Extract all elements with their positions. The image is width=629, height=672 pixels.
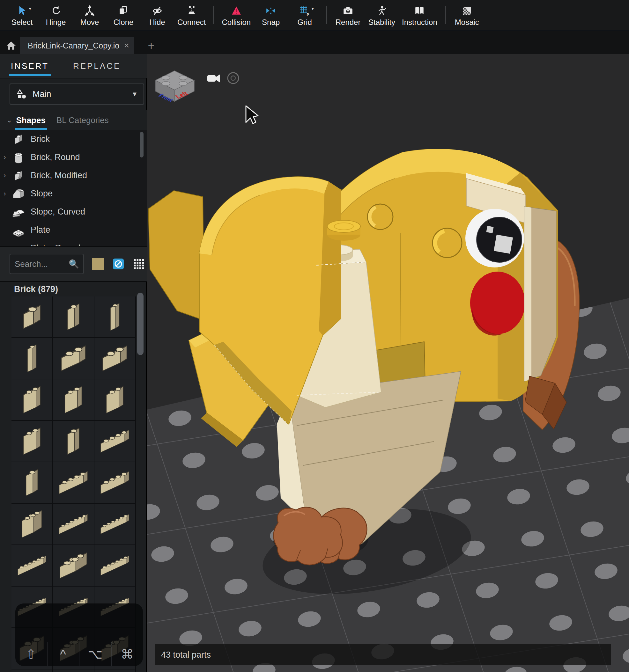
category-item-brick-modified[interactable]: ›Brick, Modified <box>0 166 147 185</box>
category-item-slope[interactable]: ›Slope <box>0 185 147 203</box>
part-cell-1x1x2[interactable] <box>11 462 52 503</box>
render-icon <box>343 4 353 17</box>
toolbar-label: Clone <box>114 18 134 27</box>
yellow-round-stud <box>327 220 360 241</box>
3d-viewport[interactable]: Front Left 43 total parts <box>147 54 629 672</box>
toolbar-label: Move <box>80 18 99 27</box>
category-mode-tabs: ⌄ ShapesBL Categories <box>0 110 147 131</box>
part-cell-4x1x1[interactable] <box>94 462 135 503</box>
orbit-button[interactable] <box>227 71 240 85</box>
part-cell-6x1x1[interactable] <box>53 504 94 545</box>
modifier-key-2: ⌥ <box>79 642 111 666</box>
part-cell-2x1x2[interactable] <box>11 379 52 420</box>
hinge-icon <box>50 4 61 17</box>
results-header: Brick (879) <box>14 284 58 294</box>
part-cell-2x1x1[interactable] <box>53 338 94 379</box>
document-tab[interactable]: BrickLink-Canary_Copy.io × <box>20 37 134 54</box>
category-item-brick[interactable]: Brick <box>0 130 147 148</box>
toolbar-label: Mosaic <box>455 18 479 27</box>
view-cube[interactable]: Front Left <box>150 67 199 102</box>
part-cell-6x1x1[interactable] <box>94 545 135 586</box>
category-label: Brick <box>31 134 50 144</box>
toolbar-label: Connect <box>177 18 206 27</box>
toolbar-button-connect[interactable]: Connect <box>174 3 209 27</box>
search-row: 🔍 <box>0 246 147 282</box>
eye <box>465 209 524 267</box>
part-cell-2x2x2[interactable] <box>11 504 52 545</box>
category-item-brick-round[interactable]: ›Brick, Round <box>0 148 147 166</box>
toolbar-button-instruction[interactable]: Instruction <box>399 3 441 27</box>
toolbar-label: Hinge <box>46 18 66 27</box>
toolbar-button-hinge[interactable]: Hinge <box>39 3 73 27</box>
toolbar-button-render[interactable]: Render <box>331 3 365 27</box>
part-cell-4x1x1[interactable] <box>53 462 94 503</box>
part-cell-1x1x1[interactable] <box>11 296 52 337</box>
part-cell-2x1x2[interactable] <box>11 421 52 462</box>
parts-grid-scrollbar[interactable] <box>137 293 143 355</box>
toolbar-button-move[interactable]: Move <box>73 3 107 27</box>
toolbar-button-select[interactable]: ▾Select <box>5 3 39 27</box>
home-button[interactable] <box>4 39 19 52</box>
part-cell-1x1x2[interactable] <box>53 421 94 462</box>
part-cell-2x1x2[interactable] <box>94 379 135 420</box>
cat-brick-icon <box>9 132 27 147</box>
svg-text:P: P <box>306 13 309 16</box>
toolbar-label: Collision <box>222 18 251 27</box>
collapse-chevron-icon[interactable]: ⌄ <box>6 116 12 124</box>
category-list-scrollbar[interactable] <box>140 132 143 158</box>
part-cell-4x1x1[interactable] <box>94 421 135 462</box>
part-cell-2x1x1[interactable] <box>94 338 135 379</box>
instruction-icon <box>414 4 425 17</box>
part-cell-2x1x1[interactable] <box>53 669 94 672</box>
model-selector-dropdown[interactable]: Main ▼ <box>9 83 144 104</box>
toolbar-button-snap[interactable]: Snap <box>254 3 288 27</box>
category-item-slope-curved[interactable]: Slope, Curved <box>0 203 147 221</box>
subtab-shapes[interactable]: Shapes <box>15 113 47 128</box>
grid-view-button[interactable] <box>133 258 145 270</box>
toolbar-button-clone[interactable]: Clone <box>107 3 140 27</box>
part-cell-1x1x3[interactable] <box>94 296 135 337</box>
part-cell-6x1x1[interactable] <box>94 504 135 545</box>
shape-category-list: Brick›Brick, Round›Brick, Modified›Slope… <box>0 130 147 246</box>
expand-chevron-icon[interactable]: › <box>0 171 9 180</box>
search-icon: 🔍 <box>69 259 79 269</box>
part-cell-1x1x3[interactable] <box>11 338 52 379</box>
search-input[interactable] <box>14 259 69 269</box>
expand-chevron-icon[interactable]: › <box>0 153 9 162</box>
category-label: Plate <box>31 225 50 235</box>
part-cell-2x2x1[interactable] <box>53 545 94 586</box>
toolbar-button-collision[interactable]: Collision <box>218 3 254 27</box>
total-parts-label: 43 total parts <box>161 650 211 660</box>
close-tab-icon[interactable]: × <box>124 41 129 50</box>
color-filter-button[interactable] <box>112 258 124 270</box>
toolbar-button-stability[interactable]: Stability <box>365 3 399 27</box>
color-swatch-button[interactable] <box>92 258 104 270</box>
hide-icon <box>152 4 163 17</box>
category-item-plate[interactable]: Plate <box>0 221 147 239</box>
part-cell-1x1x2[interactable] <box>53 296 94 337</box>
part-cell-6x1x1[interactable] <box>94 669 135 672</box>
new-tab-button[interactable]: + <box>144 40 158 52</box>
category-label: Slope, Curved <box>31 207 85 217</box>
shapes-set-icon <box>16 89 27 99</box>
category-label: Plate, Round <box>31 243 80 246</box>
camera-button[interactable] <box>207 73 221 84</box>
search-field[interactable]: 🔍 <box>9 254 84 274</box>
part-cell-6x1x1[interactable] <box>11 545 52 586</box>
category-item-plate-round[interactable]: Plate, Round <box>0 239 147 246</box>
dropdown-caret-icon[interactable]: ▾ <box>312 6 314 11</box>
toolbar-button-mosaic[interactable]: Mosaic <box>450 3 484 27</box>
panel-tab-replace[interactable]: REPLACE <box>72 57 122 76</box>
toolbar-button-grid[interactable]: P▾Grid <box>288 3 322 27</box>
cat-brick-modified-icon <box>9 168 27 183</box>
part-cell-2x1x2[interactable] <box>53 379 94 420</box>
modifier-key-3: ⌘ <box>111 642 143 666</box>
subtab-bl-categories[interactable]: BL Categories <box>55 113 110 128</box>
grid-view-icon <box>133 258 144 270</box>
dropdown-caret-icon[interactable]: ▾ <box>29 6 31 11</box>
toolbar-button-hide[interactable]: Hide <box>140 3 174 27</box>
expand-chevron-icon[interactable]: › <box>0 190 9 198</box>
panel-tab-insert[interactable]: INSERT <box>9 57 50 76</box>
modifier-keys-row: ⇧^⌥⌘ <box>15 642 143 666</box>
part-cell-6x1x1[interactable] <box>11 669 52 672</box>
